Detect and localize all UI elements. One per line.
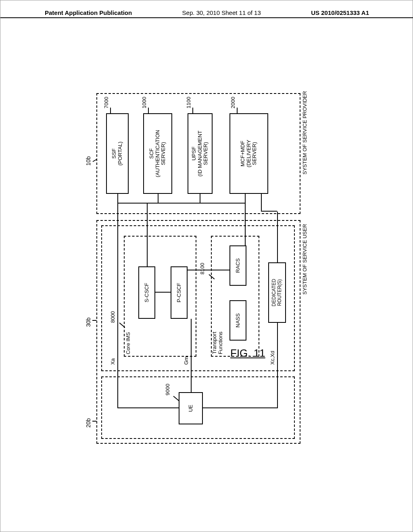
label-p-cscf: P-CSCF bbox=[176, 283, 182, 302]
label-service-user-system: SYSTEM OF SERVICE USER bbox=[302, 224, 308, 295]
block-nass: NASS bbox=[229, 300, 246, 341]
block-ue: UE bbox=[179, 392, 203, 424]
label-dedicated-router: DEDICATED ROUTER(S) bbox=[271, 279, 283, 306]
block-ssf: SSF (PORTAL) bbox=[106, 113, 129, 194]
ref-9000: 9000 bbox=[165, 384, 171, 395]
page: Patent Application Publication Sep. 30, … bbox=[0, 0, 413, 532]
label-nass: NASS bbox=[235, 313, 241, 327]
block-dedicated-router: DEDICATED ROUTER(S) bbox=[268, 262, 286, 323]
label-racs: RACS bbox=[235, 258, 241, 273]
block-s-cscf: S-CSCF bbox=[138, 266, 155, 319]
ref-1000: 1000 bbox=[142, 97, 148, 108]
block-mcf-mdf: MCF+MDF (DELIVERY SERVER) bbox=[229, 113, 268, 194]
ref-30b: 30b bbox=[85, 318, 92, 327]
label-scf: SCF (AUTHENTICATION SERVER) bbox=[149, 130, 167, 177]
page-header: Patent Application Publication Sep. 30, … bbox=[0, 17, 413, 27]
ref-10b: 10b bbox=[85, 156, 92, 166]
iface-xc-xd: Xc,Xd bbox=[270, 351, 276, 365]
block-p-cscf: P-CSCF bbox=[171, 266, 188, 319]
header-patent-number: US 2010/0251333 A1 bbox=[311, 9, 369, 16]
ref-20b: 20b bbox=[85, 418, 92, 428]
label-upsf: UPSF (ID MANAGEMENT SERVER) bbox=[191, 131, 209, 177]
label-core-ims: Core IMS bbox=[125, 332, 131, 354]
iface-gm: Gm bbox=[184, 356, 190, 365]
block-upsf: UPSF (ID MANAGEMENT SERVER) bbox=[188, 113, 213, 194]
header-publication-label: Patent Application Publication bbox=[45, 9, 132, 16]
block-scf: SCF (AUTHENTICATION SERVER) bbox=[143, 113, 172, 194]
iface-xa: Xa bbox=[110, 358, 116, 365]
header-sheet-info: Sep. 30, 2010 Sheet 11 of 13 bbox=[182, 9, 261, 16]
ref-8000: 8000 bbox=[110, 311, 116, 323]
label-ue: UE bbox=[188, 405, 194, 412]
label-transport-functions: Transport Functions bbox=[212, 332, 224, 354]
ref-7000: 7000 bbox=[104, 97, 110, 108]
label-s-cscf: S-CSCF bbox=[144, 283, 150, 302]
label-ssf: SSF (PORTAL) bbox=[111, 141, 123, 165]
ref-1100: 1100 bbox=[186, 97, 192, 108]
label-service-provider-system: SYSTEM OF SERVICE PROVIDER bbox=[302, 91, 308, 175]
ref-8100: 8100 bbox=[200, 263, 206, 274]
ref-2000: 2000 bbox=[230, 97, 236, 108]
block-racs: RACS bbox=[229, 245, 246, 286]
label-mcf-mdf: MCF+MDF (DELIVERY SERVER) bbox=[240, 140, 258, 167]
architecture-diagram: 20b 30b 10b SYSTEM OF SERVICE USER SYSTE… bbox=[94, 89, 320, 444]
